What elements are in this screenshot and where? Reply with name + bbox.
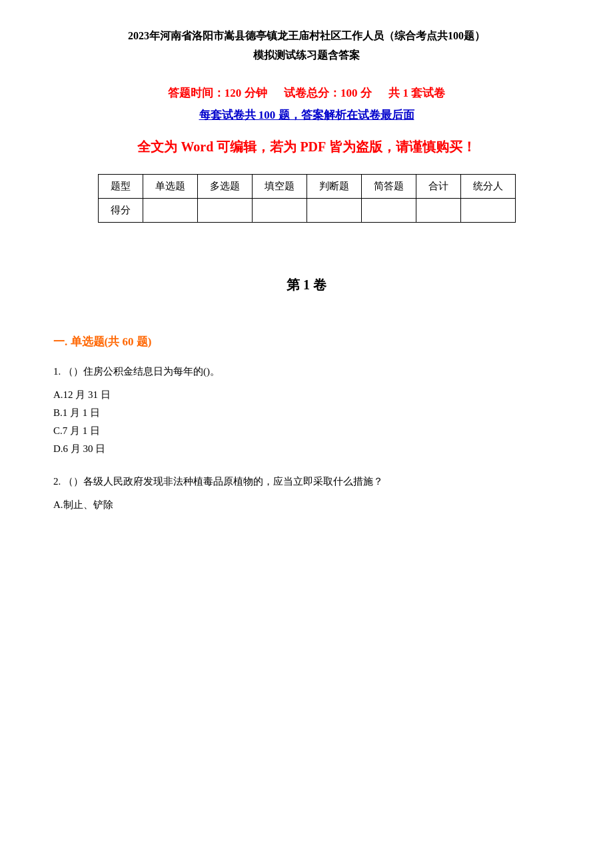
score-fill — [252, 198, 306, 222]
header-fill: 填空题 — [252, 174, 306, 198]
time-label: 答题时间：120 分钟 — [168, 87, 267, 99]
header-single: 单选题 — [143, 174, 197, 198]
question-2: 2. （）各级人民政府发现非法种植毒品原植物的，应当立即采取什么措施？ A.制止… — [53, 473, 560, 514]
q1-content: （）住房公积金结息日为每年的()。 — [63, 366, 220, 377]
sets-label: 共 1 套试卷 — [388, 87, 445, 99]
q1-option-a: A.12 月 31 日 — [53, 386, 560, 404]
notice2-part1: 全文为 Word 可编辑 — [137, 139, 257, 154]
header-multi: 多选题 — [197, 174, 252, 198]
header-short: 简答题 — [361, 174, 416, 198]
title-line1: 2023年河南省洛阳市嵩县德亭镇龙王庙村社区工作人员（综合考点共100题） — [53, 27, 560, 46]
question-1-text: 1. （）住房公积金结息日为每年的()。 — [53, 363, 560, 381]
info-line: 答题时间：120 分钟 试卷总分：100 分 共 1 套试卷 — [53, 85, 560, 101]
notice1-text: 每套试卷共 100 题，答案解析在试卷最后面 — [199, 109, 414, 121]
score-table: 题型 单选题 多选题 填空题 判断题 简答题 合计 统分人 得分 — [98, 174, 516, 223]
title-section: 2023年河南省洛阳市嵩县德亭镇龙王庙村社区工作人员（综合考点共100题） 模拟… — [53, 27, 560, 65]
q1-number: 1. — [53, 366, 61, 377]
header-type: 题型 — [98, 174, 143, 198]
info-section: 答题时间：120 分钟 试卷总分：100 分 共 1 套试卷 每套试卷共 100… — [53, 85, 560, 123]
table-header-row: 题型 单选题 多选题 填空题 判断题 简答题 合计 统分人 — [98, 174, 515, 198]
q2-number: 2. — [53, 476, 61, 487]
question-2-text: 2. （）各级人民政府发现非法种植毒品原植物的，应当立即采取什么措施？ — [53, 473, 560, 491]
word-edit-notice: 全文为 Word 可编辑，若为 PDF 皆为盗版，请谨慎购买！ — [53, 136, 560, 157]
score-total — [416, 198, 460, 222]
volume-label: 第 1 卷 — [53, 276, 560, 294]
q2-content: （）各级人民政府发现非法种植毒品原植物的，应当立即采取什么措施？ — [63, 476, 383, 487]
score-judge — [306, 198, 361, 222]
question-1: 1. （）住房公积金结息日为每年的()。 A.12 月 31 日 B.1 月 1… — [53, 363, 560, 458]
score-label: 试卷总分：100 分 — [284, 87, 372, 99]
section1-title: 一. 单选题(共 60 题) — [53, 334, 560, 349]
q2-option-a: A.制止、铲除 — [53, 496, 560, 514]
score-scorer — [460, 198, 515, 222]
q1-option-c: C.7 月 1 日 — [53, 422, 560, 440]
notice1: 每套试卷共 100 题，答案解析在试卷最后面 — [53, 107, 560, 123]
score-short — [361, 198, 416, 222]
q1-option-d: D.6 月 30 日 — [53, 440, 560, 458]
header-judge: 判断题 — [306, 174, 361, 198]
row-label: 得分 — [98, 198, 143, 222]
header-scorer: 统分人 — [460, 174, 515, 198]
notice2-part2: ，若为 PDF 皆为盗版，请谨慎购买！ — [257, 139, 475, 154]
q1-option-b: B.1 月 1 日 — [53, 404, 560, 422]
score-multi — [197, 198, 252, 222]
title-line2: 模拟测试练习题含答案 — [53, 46, 560, 65]
header-total: 合计 — [416, 174, 460, 198]
score-single — [143, 198, 197, 222]
table-score-row: 得分 — [98, 198, 515, 222]
